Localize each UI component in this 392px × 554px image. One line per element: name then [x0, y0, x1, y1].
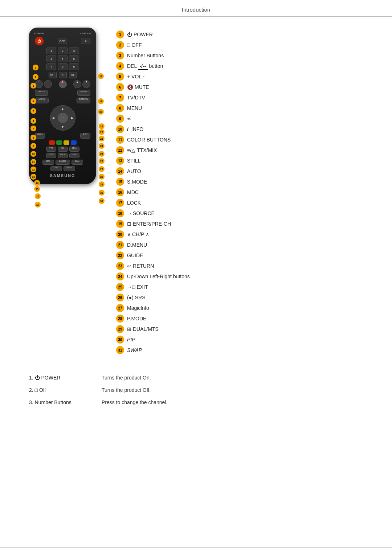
color-btn-green[interactable]: [56, 140, 62, 145]
menu-btn[interactable]: MENU: [35, 98, 49, 103]
legend-num-13: 13: [116, 157, 124, 165]
overlay-26: 26: [99, 158, 105, 164]
guide-btn[interactable]: GUIDE: [77, 90, 90, 96]
info-btn[interactable]: INFO: [35, 133, 45, 139]
return-btn[interactable]: RETURN: [77, 98, 90, 103]
desc-item-3: 3. Number Buttons Press to change the ch…: [29, 399, 363, 405]
legend-item-21: 21 D.MENU: [116, 241, 370, 249]
auto-btn[interactable]: AUTO: [46, 153, 56, 158]
legend-text-26: SRS: [135, 295, 146, 300]
remote-power-btn[interactable]: ⏻: [35, 37, 44, 45]
return-icon: ↩: [127, 263, 131, 269]
legend-text-4: DEL -/-- button: [127, 63, 163, 69]
legend-item-28: 28 P.MODE: [116, 315, 370, 323]
legend-text-13: STILL: [127, 158, 140, 164]
legend-item-12: 12 ≡/△ TTX/MIX: [116, 146, 370, 154]
exit-btn[interactable]: EXIT: [80, 133, 90, 139]
ch-up-btn[interactable]: ▲: [73, 80, 81, 88]
color-btn-blue[interactable]: [71, 140, 77, 145]
lock-btn[interactable]: LOCK: [58, 153, 68, 158]
nav-right-btn[interactable]: ▶: [71, 116, 74, 120]
legend-text-6: MUTE: [135, 84, 149, 90]
ch-btn[interactable]: CH↑: [69, 72, 77, 78]
overlay-9: 9: [30, 143, 36, 149]
tv-dtv-btn[interactable]: TV/DTV: [35, 90, 48, 96]
nav-enter-btn[interactable]: ↵: [58, 113, 68, 123]
mix-btn[interactable]: MIX: [58, 147, 68, 152]
pip-btn[interactable]: PIP: [50, 166, 62, 171]
number-grid: 1 2 3 4 5 6 7 8 9: [46, 48, 79, 70]
num-btn-7[interactable]: 7: [46, 63, 56, 70]
ch-down-btn[interactable]: ▼: [82, 80, 90, 88]
color-btn-yellow[interactable]: [64, 140, 69, 145]
legend-text-28: P.MODE: [127, 316, 146, 321]
legend-num-23: 23: [116, 262, 124, 270]
color-buttons-row: [33, 140, 92, 145]
legend-num-9: 9: [116, 115, 124, 123]
vol-down-btn[interactable]: -: [44, 80, 52, 88]
legend-text-15: S.MODE: [127, 179, 147, 185]
desc-text-3: Press to change the channel.: [102, 399, 363, 405]
num-btn-9[interactable]: 9: [69, 63, 79, 70]
legend-text-19: ENTER/PRE-CH: [133, 221, 171, 227]
legend-text-16: MDC: [127, 189, 139, 195]
num-btn-8[interactable]: 8: [58, 63, 68, 70]
num-btn-6[interactable]: 6: [69, 56, 79, 62]
dual-btn[interactable]: DUAL: [72, 160, 83, 165]
legend-text-1: POWER: [134, 32, 153, 37]
legend-num-29: 29: [116, 325, 124, 333]
legend-text-20: ∨ CH/P ∧: [127, 231, 149, 237]
legend-num-4: 4: [116, 62, 124, 70]
legend-item-3: 3 Number Buttons: [116, 52, 370, 59]
color-btn-red[interactable]: [49, 140, 55, 145]
srs-btn[interactable]: SRS: [69, 153, 79, 158]
nav-up-btn[interactable]: ▲: [61, 107, 64, 111]
overlay-8: 8: [30, 135, 36, 140]
num-btn-4[interactable]: 4: [46, 56, 56, 62]
remote-source-btn[interactable]: ⊕: [81, 38, 90, 44]
swap-btn[interactable]: SWAP: [64, 166, 75, 171]
legend-text-12: TTX/MIX: [137, 147, 157, 153]
num-btn-3[interactable]: 3: [69, 48, 79, 54]
legend-item-2: 2 □ OFF: [116, 41, 370, 49]
legend-num-27: 27: [116, 304, 124, 312]
legend-num-10: 10: [116, 125, 124, 133]
legend-item-4: 4 DEL -/-- button: [116, 62, 370, 70]
overlay-16: 16: [35, 193, 41, 199]
overlay-22: 22: [99, 129, 105, 135]
ttx-btn[interactable]: TTX: [46, 147, 56, 152]
legend-num-16: 16: [116, 188, 124, 196]
legend-text-21: D.MENU: [127, 242, 147, 248]
num-btn-1[interactable]: 1: [46, 48, 56, 54]
legend-item-9: 9 ⏎: [116, 115, 370, 123]
mute-btn[interactable]: 🔇: [59, 80, 67, 88]
del-btn[interactable]: DEL: [49, 72, 57, 78]
legend-item-19: 19 ⊡ ENTER/PRE-CH: [116, 220, 370, 228]
samsung-logo: SAMSUNG: [33, 173, 92, 178]
legend-num-31: 31: [116, 346, 124, 354]
ttxmix-icon: ≡/△: [127, 147, 135, 153]
legend-item-20: 20 ∨ CH/P ∧: [116, 230, 370, 238]
power-desc-icon: ⏻: [35, 375, 40, 381]
legend-text-29: DUAL/MTS: [133, 326, 159, 332]
legend-num-2: 2: [116, 41, 124, 49]
legend-text-18: SOURCE: [133, 210, 155, 216]
legend-item-16: 16 MDC: [116, 188, 370, 196]
mute-icon: 🔇: [127, 84, 133, 90]
num-btn-5[interactable]: 5: [58, 56, 68, 62]
num-btn-0[interactable]: 0: [59, 72, 67, 78]
legend-item-29: 29 ⊞ DUAL/MTS: [116, 325, 370, 333]
legend-num-3: 3: [116, 52, 124, 59]
still-btn[interactable]: STILL: [69, 147, 79, 152]
source-icon: ⇒: [127, 210, 131, 216]
nav-left-btn[interactable]: ◀: [52, 116, 54, 120]
power-icon: ⏻: [127, 32, 132, 37]
nav-down-btn[interactable]: ▼: [61, 125, 64, 129]
pmode-btn[interactable]: P.MODE: [56, 160, 70, 165]
num-btn-2[interactable]: 2: [58, 48, 68, 54]
mdc-btn[interactable]: MDC: [42, 160, 54, 165]
exit-icon: →□: [127, 284, 135, 290]
info-icon: i: [127, 126, 128, 132]
legend-item-25: 25 →□ EXIT: [116, 283, 370, 291]
remote-off-btn[interactable]: OFF: [58, 38, 67, 44]
